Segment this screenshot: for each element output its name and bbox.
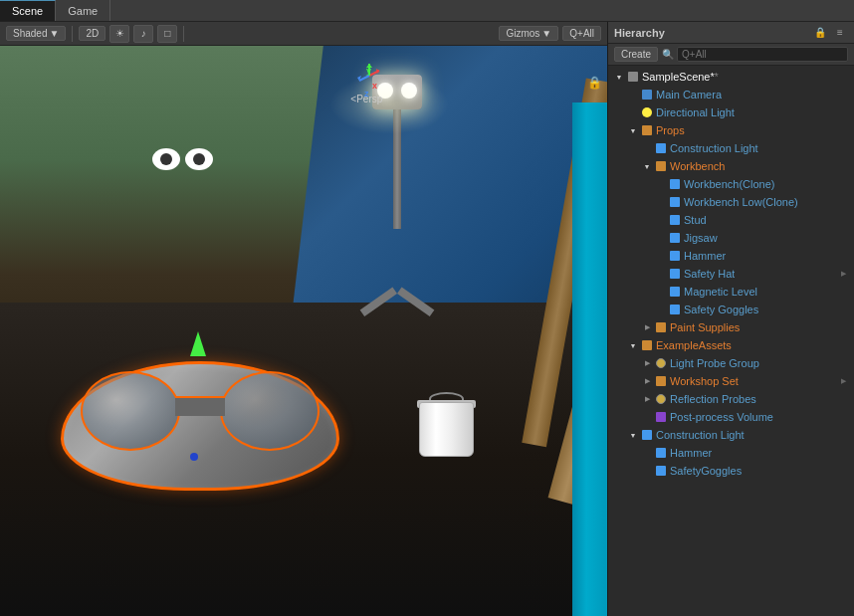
tree-item-stud[interactable]: Stud [608, 211, 854, 229]
tree-item-main-camera[interactable]: Main Camera [608, 86, 854, 103]
tree-label-directional-light: Directional Light [656, 106, 735, 118]
tree-arrow-sample-scene[interactable]: ▼ [612, 68, 626, 86]
tree-arrow-reflection-probes[interactable]: ▶ [640, 390, 654, 408]
tree-arrow-workbench-low-clone[interactable] [654, 193, 668, 211]
tree-icon-hammer-1 [668, 249, 682, 263]
tree-arrow-safety-goggles-1[interactable] [654, 301, 668, 318]
search-area: 🔍 [662, 47, 848, 62]
tree-item-sample-scene[interactable]: ▼SampleScene* [608, 68, 854, 86]
tree-expand-arrow-workshop-set[interactable]: ▶ [836, 372, 850, 390]
tree-arrow-safety-hat[interactable] [654, 265, 668, 283]
tree-expand-arrow-safety-hat[interactable]: ▶ [836, 265, 850, 283]
lock-icon[interactable]: 🔒 [587, 76, 602, 90]
goggle-right-lens [220, 371, 320, 451]
tree-arrow-jigsaw[interactable] [654, 229, 668, 247]
panel-menu-button[interactable]: ≡ [832, 25, 848, 41]
gizmo-axes [354, 61, 384, 91]
sep-2 [183, 26, 184, 42]
tree-icon-light-probe-group [654, 356, 668, 370]
search-input[interactable] [677, 47, 848, 62]
audio-icon-button[interactable]: ♪ [133, 25, 153, 43]
tree-item-directional-light[interactable]: Directional Light [608, 103, 854, 121]
tree-item-jigsaw[interactable]: Jigsaw [608, 229, 854, 247]
tree-label-workbench: Workbench [670, 160, 725, 172]
tree-icon-stud [668, 213, 682, 227]
tree-icon-jigsaw [668, 231, 682, 245]
tree-icon-workbench-low-clone [668, 195, 682, 209]
tab-spacer [110, 0, 854, 21]
camera-preview-indicator [152, 148, 213, 170]
tab-game[interactable]: Game [56, 0, 110, 21]
tree-icon-construction-light-2 [640, 428, 654, 442]
tree-label-props: Props [656, 124, 685, 136]
tree-arrow-directional-light[interactable] [626, 103, 640, 121]
tree-arrow-hammer-2[interactable] [640, 444, 654, 462]
bucket-body [419, 402, 474, 457]
tree-item-example-assets[interactable]: ▼ExampleAssets [608, 336, 854, 354]
tree-item-workbench[interactable]: ▼Workbench [608, 157, 854, 175]
tree-item-reflection-probes[interactable]: ▶Reflection Probes [608, 390, 854, 408]
layers-button[interactable]: Q+All [562, 26, 601, 41]
goggle-transform-arrow [190, 331, 206, 356]
tree-icon-reflection-probes [654, 392, 668, 406]
tree-item-magnetic-level[interactable]: Magnetic Level [608, 283, 854, 301]
tree-icon-magnetic-level [668, 285, 682, 299]
tree-arrow-hammer-1[interactable] [654, 247, 668, 265]
tree-item-workbench-low-clone[interactable]: Workbench Low(Clone) [608, 193, 854, 211]
tree-item-safety-hat[interactable]: Safety Hat▶ [608, 265, 854, 283]
tree-arrow-safety-goggles-2[interactable] [640, 462, 654, 480]
panel-lock-button[interactable]: 🔒 [812, 25, 828, 41]
safety-goggles-object[interactable] [61, 361, 339, 491]
tree-arrow-construction-light-1[interactable] [640, 139, 654, 157]
tree-arrow-magnetic-level[interactable] [654, 283, 668, 301]
tab-scene[interactable]: Scene [0, 0, 56, 21]
tree-arrow-paint-supplies[interactable]: ▶ [640, 318, 654, 336]
create-button[interactable]: Create [614, 47, 658, 62]
tree-item-props[interactable]: ▼Props [608, 121, 854, 139]
paint-bucket-object [419, 392, 474, 457]
tree-arrow-workshop-set[interactable]: ▶ [640, 372, 654, 390]
view-2d-button[interactable]: 2D [79, 26, 106, 41]
tree-arrow-construction-light-2[interactable]: ▼ [626, 426, 640, 444]
tree-label-light-probe-group: Light Probe Group [670, 357, 759, 369]
tree-arrow-light-probe-group[interactable]: ▶ [640, 354, 654, 372]
tree-arrow-props[interactable]: ▼ [626, 121, 640, 139]
lighting-icon-button[interactable]: ☀ [109, 25, 129, 43]
scene-viewport[interactable]: Shaded ▼ 2D ☀ ♪ □ Gizmos ▼ Q+All [0, 22, 607, 616]
tree-item-hammer-1[interactable]: Hammer [608, 247, 854, 265]
tree-arrow-post-process-volume[interactable] [640, 408, 654, 426]
tree-item-workshop-set[interactable]: ▶Workshop Set▶ [608, 372, 854, 390]
gizmos-button[interactable]: Gizmos ▼ [499, 26, 558, 41]
tree-label-hammer-2: Hammer [670, 447, 712, 459]
tree-label-workbench-clone: Workbench(Clone) [684, 178, 775, 190]
tree-icon-sample-scene [626, 70, 640, 84]
tree-item-construction-light-1[interactable]: Construction Light [608, 139, 854, 157]
shading-mode-button[interactable]: Shaded ▼ [6, 26, 66, 41]
tree-item-safety-goggles-2[interactable]: SafetyGoggles [608, 462, 854, 480]
tree-item-light-probe-group[interactable]: ▶Light Probe Group [608, 354, 854, 372]
tree-arrow-main-camera[interactable] [626, 86, 640, 103]
tree-arrow-stud[interactable] [654, 211, 668, 229]
tree-label-magnetic-level: Magnetic Level [684, 286, 757, 298]
tree-icon-safety-goggles-1 [668, 303, 682, 316]
tree-item-paint-supplies[interactable]: ▶Paint Supplies [608, 318, 854, 336]
tree-label-construction-light-2: Construction Light [656, 429, 745, 441]
tree-label-safety-hat: Safety Hat [684, 268, 735, 280]
tree-item-hammer-2[interactable]: Hammer [608, 444, 854, 462]
tree-arrow-workbench[interactable]: ▼ [640, 157, 654, 175]
tree-arrow-example-assets[interactable]: ▼ [626, 336, 640, 354]
eye-right [185, 148, 213, 170]
tree-item-workbench-clone[interactable]: Workbench(Clone) [608, 175, 854, 193]
tree-arrow-workbench-clone[interactable] [654, 175, 668, 193]
tree-label-safety-goggles-1: Safety Goggles [684, 304, 758, 315]
hierarchy-tree: ▼SampleScene*Main CameraDirectional Ligh… [608, 66, 854, 616]
perspective-label: <Persp [350, 94, 382, 104]
tab-bar: Scene Game [0, 0, 854, 22]
tree-item-construction-light-2[interactable]: ▼Construction Light [608, 426, 854, 444]
tree-item-post-process-volume[interactable]: Post-process Volume [608, 408, 854, 426]
tree-item-safety-goggles-1[interactable]: Safety Goggles [608, 301, 854, 318]
tree-icon-workbench [654, 159, 668, 173]
effects-icon-button[interactable]: □ [157, 25, 177, 43]
hierarchy-panel: Hierarchy 🔒 ≡ Create 🔍 ▼SampleScene*Main… [607, 22, 854, 616]
tab-scene-label: Scene [12, 5, 43, 17]
